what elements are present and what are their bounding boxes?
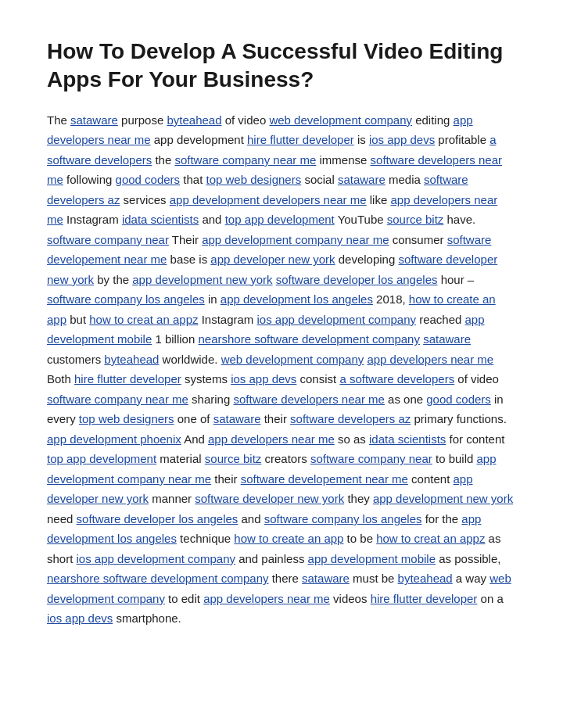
link-source-bitz-2[interactable]: source bitz xyxy=(205,452,262,465)
link-software-company-los-angeles-1[interactable]: software company los angeles xyxy=(47,292,205,306)
link-byteahead-1[interactable]: byteahead xyxy=(167,113,221,127)
link-how-to-create-app-2[interactable]: how to create an app xyxy=(234,532,343,545)
link-software-dev-los-angeles-2[interactable]: software developer los angeles xyxy=(77,512,238,525)
link-hire-flutter-2[interactable]: hire flutter developer xyxy=(74,372,181,386)
link-how-to-creat-appz-2[interactable]: how to creat an appz xyxy=(376,532,485,545)
link-software-company-los-angeles-2[interactable]: software company los angeles xyxy=(264,512,422,525)
link-good-coders-1[interactable]: good coders xyxy=(116,173,181,186)
link-ios-app-devs-1[interactable]: ios app devs xyxy=(369,133,435,146)
link-app-dev-phoenix-1[interactable]: app development phoenix xyxy=(47,432,181,446)
link-app-dev-company-near-me-1[interactable]: app development company near me xyxy=(202,233,389,246)
link-software-developement-near-me-2[interactable]: software developement near me xyxy=(241,472,408,486)
link-web-dev-company-2[interactable]: web development company xyxy=(221,353,364,366)
link-ios-app-dev-company-1[interactable]: ios app development company xyxy=(257,313,416,326)
link-software-company-near-me-2[interactable]: software company near me xyxy=(47,393,188,406)
link-software-company-near-2[interactable]: software company near xyxy=(310,452,432,465)
link-app-dev-mobile-2[interactable]: app development mobile xyxy=(308,552,436,565)
link-idata-scientists-1[interactable]: idata scientists xyxy=(122,213,199,226)
link-app-devs-near-me-2[interactable]: app development developers near me xyxy=(170,193,367,206)
link-software-company-near-me-1[interactable]: software company near me xyxy=(174,153,316,167)
link-top-web-designers-1[interactable]: top web designers xyxy=(206,173,301,186)
link-source-bitz-1[interactable]: source bitz xyxy=(387,213,444,226)
link-ios-app-dev-company-2[interactable]: ios app development company xyxy=(77,552,235,565)
page-container: How To Develop A Successful Video Editin… xyxy=(0,0,563,676)
link-hire-flutter-1[interactable]: hire flutter developer xyxy=(247,133,354,146)
link-top-app-dev-2[interactable]: top app development xyxy=(47,452,156,465)
link-how-to-creat-appz-1[interactable]: how to creat an appz xyxy=(89,313,198,326)
link-app-devs-near-me-5[interactable]: app developers near me xyxy=(203,592,330,605)
link-byteahead-3[interactable]: byteahead xyxy=(398,572,453,585)
link-sataware-1[interactable]: sataware xyxy=(70,113,118,127)
body-text: The sataware purpose byteahead of video … xyxy=(47,110,516,629)
link-hire-flutter-3[interactable]: hire flutter developer xyxy=(371,592,478,605)
link-ios-app-devs-2[interactable]: ios app devs xyxy=(231,372,296,386)
link-idata-scientists-2[interactable]: idata scientists xyxy=(369,432,446,446)
link-ios-app-devs-3[interactable]: ios app devs xyxy=(47,611,113,625)
link-sataware-3[interactable]: sataware xyxy=(423,332,471,346)
link-app-devs-near-me-3[interactable]: app developers near me xyxy=(367,353,493,366)
link-sataware-2[interactable]: sataware xyxy=(338,173,385,186)
link-byteahead-2[interactable]: byteahead xyxy=(104,353,159,366)
link-a-software-devs-2[interactable]: a software developers xyxy=(339,372,454,386)
link-software-devs-az-2[interactable]: software developers az xyxy=(290,412,411,425)
link-software-devs-near-me-2[interactable]: software developers near me xyxy=(233,393,384,406)
link-software-dev-los-angeles-1[interactable]: software developer los angeles xyxy=(276,273,438,286)
link-top-app-dev-1[interactable]: top app development xyxy=(225,213,335,226)
link-app-dev-new-york-1[interactable]: app development new york xyxy=(132,273,272,286)
link-good-coders-2[interactable]: good coders xyxy=(426,393,491,406)
link-software-dev-new-york-2[interactable]: software developer new york xyxy=(195,492,344,505)
link-web-dev-company-1[interactable]: web development company xyxy=(269,113,412,127)
link-app-devs-near-me-4[interactable]: app developers near me xyxy=(208,432,335,446)
link-top-web-designers-2[interactable]: top web designers xyxy=(79,412,174,425)
link-app-dev-new-york-2[interactable]: app development new york xyxy=(373,492,513,505)
link-sataware-5[interactable]: sataware xyxy=(302,572,350,585)
link-app-developer-new-york-1[interactable]: app developer new york xyxy=(210,253,335,266)
link-app-dev-los-angeles-1[interactable]: app development los angeles xyxy=(221,292,373,306)
page-title: How To Develop A Successful Video Editin… xyxy=(47,38,516,95)
link-software-company-near-1[interactable]: software company near xyxy=(47,233,169,246)
link-nearshore-2[interactable]: nearshore software development company xyxy=(47,572,269,585)
link-nearshore-1[interactable]: nearshore software development company xyxy=(198,332,420,346)
link-sataware-4[interactable]: sataware xyxy=(213,412,261,425)
